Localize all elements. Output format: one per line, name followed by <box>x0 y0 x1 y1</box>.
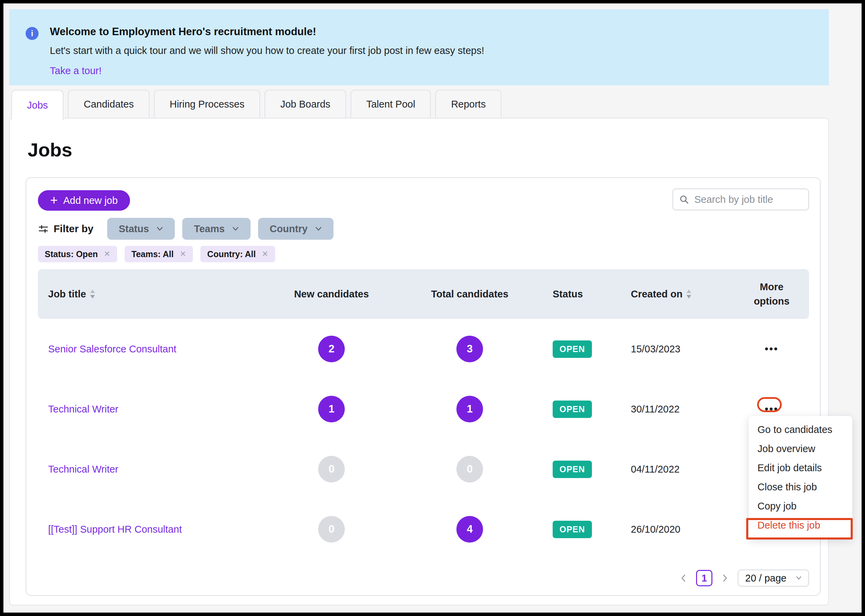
new-candidates-count[interactable]: 1 <box>318 396 345 423</box>
next-page-icon[interactable] <box>719 572 731 584</box>
dropdown-label: Country <box>270 223 308 234</box>
menu-item-delete-this-job[interactable]: Delete this job <box>749 515 852 535</box>
sort-icon[interactable] <box>89 289 96 299</box>
status-badge: OPEN <box>553 401 592 418</box>
status-badge: OPEN <box>553 341 592 358</box>
total-candidates-count[interactable]: 4 <box>457 516 483 542</box>
menu-item-go-to-candidates[interactable]: Go to candidates <box>749 420 852 439</box>
tab-label: Job Boards <box>280 99 330 110</box>
job-search <box>672 189 809 211</box>
close-icon[interactable]: ✕ <box>262 250 268 258</box>
tab-jobs[interactable]: Jobs <box>11 90 63 120</box>
sort-icon[interactable] <box>686 289 692 299</box>
previous-page-icon[interactable] <box>678 572 689 584</box>
filter-dropdown-status[interactable]: Status <box>107 218 175 240</box>
more-options-menu: Go to candidates Job overview Edit job d… <box>749 416 852 539</box>
dropdown-label: Status <box>119 223 149 234</box>
info-icon: i <box>26 27 39 40</box>
tab-talent-pool[interactable]: Talent Pool <box>350 90 431 118</box>
filter-chip-country: Country: All ✕ <box>200 246 275 262</box>
close-icon[interactable]: ✕ <box>180 250 186 258</box>
tab-label: Hiring Processes <box>170 99 245 110</box>
new-candidates-count[interactable]: 2 <box>318 336 345 362</box>
pagination: 1 20 / page <box>38 570 809 587</box>
created-on-date: 30/11/2022 <box>631 404 680 415</box>
column-label: Created on <box>631 289 682 300</box>
chevron-down-icon <box>315 226 322 231</box>
filter-by-text: Filter by <box>53 223 94 234</box>
banner-subtitle: Let's start with a quick tour and we wil… <box>50 46 484 56</box>
more-options-icon[interactable]: ••• <box>765 343 779 354</box>
take-a-tour-link[interactable]: Take a tour! <box>50 66 102 76</box>
chevron-down-icon <box>156 226 163 231</box>
filter-sliders-icon <box>38 223 49 234</box>
total-candidates-count[interactable]: 0 <box>457 456 483 482</box>
table-row: Senior Salesforce Consultant 2 3 OPEN 15… <box>38 319 809 379</box>
dropdown-label: Teams <box>194 223 224 234</box>
chip-label: Status: Open <box>45 249 98 259</box>
new-candidates-count[interactable]: 0 <box>318 516 345 542</box>
tab-label: Talent Pool <box>366 99 415 110</box>
column-new-candidates: New candidates <box>294 289 369 300</box>
add-new-job-button[interactable]: + Add new job <box>38 190 130 211</box>
menu-item-job-overview[interactable]: Job overview <box>749 439 852 458</box>
tab-label: Reports <box>451 99 486 110</box>
job-title-link[interactable]: Technical Writer <box>48 404 118 415</box>
column-status: Status <box>533 289 615 300</box>
table-header: Job title New candidates Total candidate… <box>38 269 809 319</box>
tab-reports[interactable]: Reports <box>435 90 501 118</box>
menu-item-edit-job-details[interactable]: Edit job details <box>749 458 852 478</box>
chip-label: Country: All <box>207 249 256 259</box>
column-created-on[interactable]: Created on <box>615 289 734 300</box>
banner-title: Welcome to Employment Hero's recruitment… <box>50 26 484 37</box>
chevron-down-icon <box>796 576 802 580</box>
jobs-card: + Add new job <box>26 177 821 596</box>
table-row: Technical Writer 1 1 OPEN 30/11/2022 ••• <box>38 379 809 439</box>
current-page-button[interactable]: 1 <box>696 570 713 586</box>
menu-item-copy-job[interactable]: Copy job <box>749 497 852 515</box>
filter-chip-status: Status: Open ✕ <box>38 246 117 262</box>
filter-chip-teams: Teams: All ✕ <box>125 246 193 262</box>
tab-candidates[interactable]: Candidates <box>68 90 149 118</box>
tab-job-boards[interactable]: Job Boards <box>265 90 346 118</box>
filter-dropdown-teams[interactable]: Teams <box>182 218 251 240</box>
table-row: Technical Writer 0 0 OPEN 04/11/2022 ••• <box>38 439 809 499</box>
filter-by-label: Filter by <box>38 223 94 234</box>
banner-text: Welcome to Employment Hero's recruitment… <box>50 26 484 76</box>
created-on-date: 04/11/2022 <box>631 464 680 475</box>
job-title-link[interactable]: [[Test]] Support HR Consultant <box>48 524 182 535</box>
tab-hiring-processes[interactable]: Hiring Processes <box>154 90 260 118</box>
filter-dropdown-country[interactable]: Country <box>258 218 333 240</box>
add-new-job-label: Add new job <box>63 195 118 206</box>
created-on-date: 26/10/2020 <box>631 524 680 535</box>
job-title-link[interactable]: Technical Writer <box>48 464 118 475</box>
close-icon[interactable]: ✕ <box>104 250 110 258</box>
page-size-select[interactable]: 20 / page <box>738 570 809 587</box>
chip-label: Teams: All <box>132 249 174 259</box>
tab-bar: Jobs Candidates Hiring Processes Job Boa… <box>11 90 501 120</box>
menu-item-close-this-job[interactable]: Close this job <box>749 478 852 497</box>
created-on-date: 15/03/2023 <box>631 344 680 355</box>
chevron-down-icon <box>232 226 239 231</box>
total-candidates-count[interactable]: 3 <box>457 336 483 362</box>
table-row: [[Test]] Support HR Consultant 0 4 OPEN … <box>38 499 809 559</box>
column-more-options: More options <box>746 280 797 308</box>
status-badge: OPEN <box>553 460 592 478</box>
main-panel: Jobs + Add new job <box>9 118 829 605</box>
tab-label: Candidates <box>84 99 134 110</box>
more-options-icon[interactable]: ••• <box>765 403 779 415</box>
welcome-banner: i Welcome to Employment Hero's recruitme… <box>9 9 829 85</box>
status-badge: OPEN <box>553 521 592 538</box>
page-title: Jobs <box>28 140 828 159</box>
total-candidates-count[interactable]: 1 <box>457 396 483 423</box>
search-input[interactable] <box>694 193 802 206</box>
column-label: Job title <box>48 289 86 300</box>
column-job-title[interactable]: Job title <box>38 289 256 300</box>
tab-label: Jobs <box>27 100 48 111</box>
column-total-candidates: Total candidates <box>431 289 509 300</box>
search-icon <box>679 195 689 204</box>
job-title-link[interactable]: Senior Salesforce Consultant <box>48 344 176 355</box>
new-candidates-count[interactable]: 0 <box>318 456 345 482</box>
screenshot-frame: i Welcome to Employment Hero's recruitme… <box>0 0 865 616</box>
page-size-label: 20 / page <box>745 573 787 584</box>
